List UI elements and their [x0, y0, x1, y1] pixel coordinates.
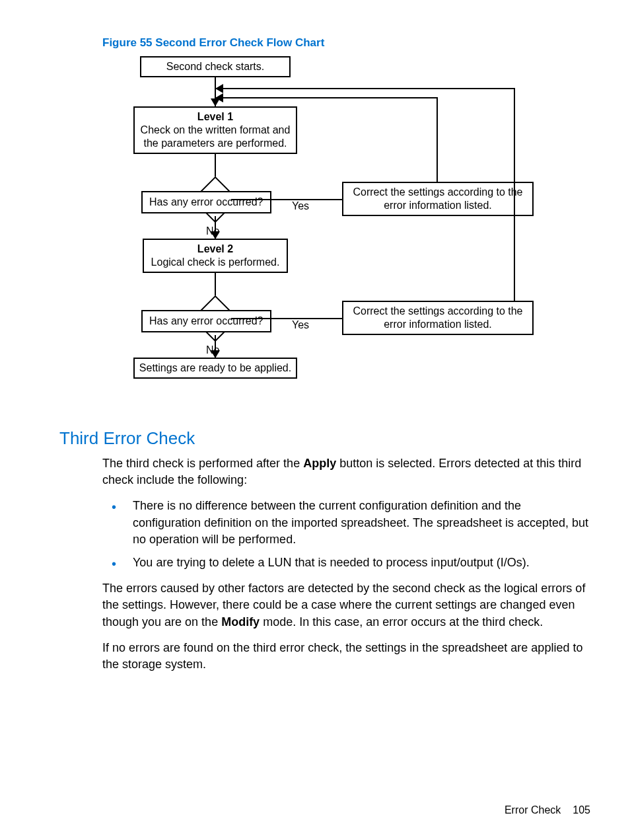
flow-level2-box: Level 2 Logical check is performed. — [143, 239, 288, 273]
flow-decision1: Has any error occurred? — [141, 191, 271, 213]
flow-correct1-text: Correct the settings according to the er… — [347, 186, 528, 212]
flow-final-text: Settings are ready to be applied. — [139, 362, 291, 375]
footer-page-number: 105 — [573, 804, 590, 816]
page-footer: Error Check105 — [505, 804, 590, 816]
connector — [437, 97, 438, 182]
flow-start-text: Second check starts. — [166, 60, 265, 73]
flow-correct2-text: Correct the settings according to the er… — [347, 305, 528, 331]
arrow-left-icon — [215, 93, 223, 102]
flow-correct1-box: Correct the settings according to the er… — [342, 182, 534, 216]
label-yes: Yes — [292, 319, 309, 331]
modify-bold: Modify — [221, 615, 260, 629]
connector — [514, 88, 515, 301]
apply-bold: Apply — [303, 457, 336, 470]
arrow-left-icon — [215, 84, 223, 93]
label-yes: Yes — [292, 200, 309, 212]
flow-final-box: Settings are ready to be applied. — [133, 358, 297, 379]
section-heading-third-error-check: Third Error Check — [59, 428, 590, 449]
connector — [215, 97, 438, 98]
list-item: There is no difference between the curre… — [102, 498, 590, 548]
flow-level2-title: Level 2 — [197, 243, 233, 256]
intro-paragraph: The third check is performed after the A… — [102, 455, 590, 488]
flow-level2-text: Logical check is performed. — [151, 256, 280, 269]
list-item: You are trying to delete a LUN that is n… — [102, 554, 590, 571]
error-list: There is no difference between the curre… — [102, 498, 590, 571]
figure-caption: Figure 55 Second Error Check Flow Chart — [102, 36, 590, 50]
page: Figure 55 Second Error Check Flow Chart … — [0, 0, 630, 840]
flow-decision2: Has any error occurred? — [141, 310, 271, 332]
flowchart: Second check starts. Level 1 Check on th… — [119, 56, 590, 410]
flow-correct2-box: Correct the settings according to the er… — [342, 301, 534, 335]
para2-b: mode. In this case, an error occurs at t… — [260, 615, 543, 629]
footer-section: Error Check — [505, 804, 561, 816]
connector — [514, 301, 515, 302]
connector — [215, 88, 515, 89]
paragraph: The errors caused by other factors are d… — [102, 580, 590, 630]
connector — [231, 318, 343, 319]
connector — [231, 199, 343, 200]
flow-level1-title: Level 1 — [197, 110, 233, 124]
flow-level1-box: Level 1 Check on the written format and … — [133, 106, 297, 154]
para1-a: The third check is performed after the — [102, 457, 303, 470]
flow-level1-text: Check on the written format and the para… — [139, 124, 292, 150]
paragraph: If no errors are found on the third erro… — [102, 640, 590, 673]
flow-start-box: Second check starts. — [140, 56, 291, 77]
